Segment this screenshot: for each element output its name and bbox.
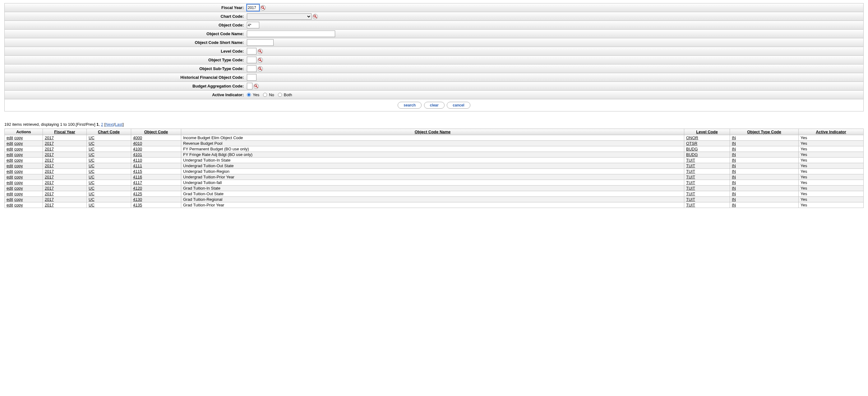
col-header[interactable]: Level Code bbox=[684, 129, 730, 135]
select-chart_code[interactable] bbox=[247, 13, 311, 20]
lookup-icon[interactable] bbox=[257, 57, 263, 63]
col-header[interactable]: Object Code bbox=[131, 129, 181, 135]
cell-link-type[interactable]: IN bbox=[732, 186, 736, 191]
cell-link-type[interactable]: IN bbox=[732, 152, 736, 157]
cell-link-level[interactable]: OTSR bbox=[686, 141, 697, 146]
cell-link-chart[interactable]: UC bbox=[89, 197, 94, 202]
cell-link-chart[interactable]: UC bbox=[89, 186, 94, 191]
copy-link[interactable]: copy bbox=[14, 175, 23, 179]
cell-link-obj[interactable]: 4111 bbox=[133, 164, 142, 168]
edit-link[interactable]: edit bbox=[6, 141, 13, 146]
radio-active-yes[interactable] bbox=[247, 93, 251, 97]
cell-link-type[interactable]: IN bbox=[732, 175, 736, 179]
lookup-icon[interactable] bbox=[257, 49, 263, 54]
cell-link-level[interactable]: TUIT bbox=[686, 192, 695, 196]
cell-link-level[interactable]: TUIT bbox=[686, 180, 695, 185]
cell-link-chart[interactable]: UC bbox=[89, 164, 94, 168]
cell-link-fy[interactable]: 2017 bbox=[45, 197, 54, 202]
lookup-icon[interactable] bbox=[253, 83, 259, 89]
cell-link-type[interactable]: IN bbox=[732, 192, 736, 196]
search-button[interactable]: search bbox=[398, 102, 422, 109]
cell-link-fy[interactable]: 2017 bbox=[45, 152, 54, 157]
edit-link[interactable]: edit bbox=[6, 197, 13, 202]
col-header[interactable]: Object Type Code bbox=[730, 129, 799, 135]
cell-link-level[interactable]: TUIT bbox=[686, 175, 695, 179]
edit-link[interactable]: edit bbox=[6, 175, 13, 179]
cell-link-level[interactable]: BUDG bbox=[686, 147, 698, 151]
clear-button[interactable]: clear bbox=[424, 102, 444, 109]
copy-link[interactable]: copy bbox=[14, 135, 23, 140]
input-fiscal_year[interactable] bbox=[247, 4, 259, 11]
copy-link[interactable]: copy bbox=[14, 203, 23, 207]
cell-link-fy[interactable]: 2017 bbox=[45, 169, 54, 174]
edit-link[interactable]: edit bbox=[6, 164, 13, 168]
input-budget_agg[interactable] bbox=[247, 83, 252, 89]
cell-link-chart[interactable]: UC bbox=[89, 180, 94, 185]
cell-link-type[interactable]: IN bbox=[732, 169, 736, 174]
cell-link-obj[interactable]: 4130 bbox=[133, 197, 142, 202]
input-level_code[interactable] bbox=[247, 48, 256, 55]
edit-link[interactable]: edit bbox=[6, 152, 13, 157]
cell-link-obj[interactable]: 4110 bbox=[133, 158, 142, 163]
cell-link-fy[interactable]: 2017 bbox=[45, 164, 54, 168]
cell-link-chart[interactable]: UC bbox=[89, 135, 94, 140]
cell-link-obj[interactable]: 4101 bbox=[133, 152, 142, 157]
cell-link-level[interactable]: TUIT bbox=[686, 197, 695, 202]
cell-link-type[interactable]: IN bbox=[732, 147, 736, 151]
cell-link-type[interactable]: IN bbox=[732, 135, 736, 140]
cell-link-chart[interactable]: UC bbox=[89, 169, 94, 174]
input-object_code_name[interactable] bbox=[247, 30, 335, 37]
cell-link-obj[interactable]: 4135 bbox=[133, 203, 142, 207]
cell-link-chart[interactable]: UC bbox=[89, 152, 94, 157]
cell-link-level[interactable]: BUDG bbox=[686, 152, 698, 157]
cell-link-fy[interactable]: 2017 bbox=[45, 147, 54, 151]
cell-link-fy[interactable]: 2017 bbox=[45, 158, 54, 163]
edit-link[interactable]: edit bbox=[6, 169, 13, 174]
lookup-icon[interactable] bbox=[260, 5, 266, 10]
input-object_type[interactable] bbox=[247, 57, 256, 63]
copy-link[interactable]: copy bbox=[14, 180, 23, 185]
cell-link-obj[interactable]: 4000 bbox=[133, 135, 142, 140]
cell-link-obj[interactable]: 4120 bbox=[133, 186, 142, 191]
cancel-button[interactable]: cancel bbox=[447, 102, 470, 109]
copy-link[interactable]: copy bbox=[14, 147, 23, 151]
cell-link-fy[interactable]: 2017 bbox=[45, 180, 54, 185]
cell-link-type[interactable]: IN bbox=[732, 203, 736, 207]
page-link-2[interactable]: 2 bbox=[101, 122, 103, 127]
cell-link-obj[interactable]: 4010 bbox=[133, 141, 142, 146]
edit-link[interactable]: edit bbox=[6, 186, 13, 191]
cell-link-level[interactable]: ONOR bbox=[686, 135, 698, 140]
copy-link[interactable]: copy bbox=[14, 169, 23, 174]
cell-link-type[interactable]: IN bbox=[732, 180, 736, 185]
cell-link-obj[interactable]: 4115 bbox=[133, 169, 142, 174]
cell-link-obj[interactable]: 4125 bbox=[133, 192, 142, 196]
copy-link[interactable]: copy bbox=[14, 192, 23, 196]
cell-link-chart[interactable]: UC bbox=[89, 203, 94, 207]
cell-link-type[interactable]: IN bbox=[732, 158, 736, 163]
cell-link-type[interactable]: IN bbox=[732, 141, 736, 146]
input-object_subtype[interactable] bbox=[247, 65, 256, 72]
copy-link[interactable]: copy bbox=[14, 164, 23, 168]
edit-link[interactable]: edit bbox=[6, 192, 13, 196]
cell-link-fy[interactable]: 2017 bbox=[45, 135, 54, 140]
cell-link-level[interactable]: TUIT bbox=[686, 164, 695, 168]
cell-link-fy[interactable]: 2017 bbox=[45, 175, 54, 179]
cell-link-chart[interactable]: UC bbox=[89, 141, 94, 146]
cell-link-obj[interactable]: 4116 bbox=[133, 175, 142, 179]
cell-link-obj[interactable]: 4117 bbox=[133, 180, 142, 185]
input-object_code[interactable] bbox=[247, 22, 259, 28]
col-header[interactable]: Object Code Name bbox=[181, 129, 684, 135]
lookup-icon[interactable] bbox=[257, 66, 263, 72]
cell-link-fy[interactable]: 2017 bbox=[45, 192, 54, 196]
cell-link-chart[interactable]: UC bbox=[89, 192, 94, 196]
lookup-icon[interactable] bbox=[312, 14, 318, 19]
radio-active-no[interactable] bbox=[263, 93, 267, 97]
cell-link-fy[interactable]: 2017 bbox=[45, 203, 54, 207]
col-header[interactable]: Fiscal Year bbox=[43, 129, 87, 135]
cell-link-level[interactable]: TUIT bbox=[686, 203, 695, 207]
cell-link-type[interactable]: IN bbox=[732, 197, 736, 202]
cell-link-chart[interactable]: UC bbox=[89, 158, 94, 163]
cell-link-fy[interactable]: 2017 bbox=[45, 141, 54, 146]
edit-link[interactable]: edit bbox=[6, 147, 13, 151]
col-header[interactable]: Active Indicator bbox=[799, 129, 864, 135]
